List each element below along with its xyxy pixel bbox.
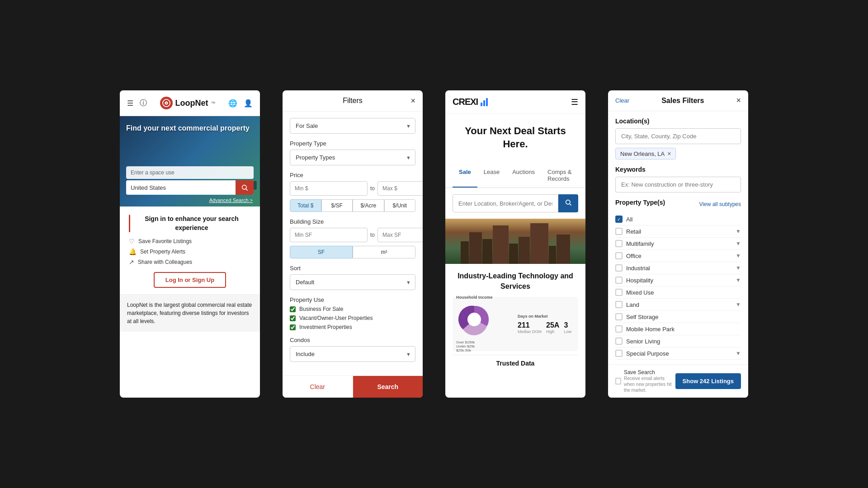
crexi-section2-title: Industry-Leading Technology and Services <box>453 271 578 291</box>
prop-type-self-storage-left: Self Storage <box>615 313 659 320</box>
save-search-label: Save Search <box>624 369 675 375</box>
crexi-tab-auctions[interactable]: Auctions <box>506 164 541 188</box>
info-icon[interactable]: ⓘ <box>140 99 147 108</box>
crexi-logo: CREXI <box>453 97 488 107</box>
stat-low-value: 3 <box>564 321 571 329</box>
unit-tab-m2[interactable]: m² <box>353 246 415 258</box>
crexi-hero: Your Next Deal Starts Here. <box>445 114 585 164</box>
property-types-select[interactable]: Property Types <box>290 150 415 165</box>
crexi-search-button[interactable] <box>558 194 578 212</box>
checkbox-self-storage[interactable] <box>615 313 623 320</box>
filters-clear-button[interactable]: Clear <box>283 376 353 398</box>
days-stats: 211 Median DOM 25A High 3 Low <box>518 321 575 334</box>
keywords-input[interactable] <box>615 177 741 192</box>
checkbox-multifamily[interactable] <box>615 240 623 247</box>
size-max-input[interactable] <box>377 228 423 242</box>
chart-legend: Over $150k Under $25k $25k-50k <box>456 340 513 352</box>
checkbox-industrial[interactable] <box>615 264 623 272</box>
stat-low: 3 Low <box>564 321 571 334</box>
property-use-list: Business For Sale Vacant/Owner-User Prop… <box>290 306 415 330</box>
price-max-input[interactable] <box>377 181 423 196</box>
checkbox-vacant-owner[interactable] <box>290 315 296 321</box>
checkbox-senior-living[interactable] <box>615 338 623 345</box>
globe-icon[interactable]: 🌐 <box>228 99 237 108</box>
building-silhouette <box>445 223 585 264</box>
prop-type-self-storage: Self Storage <box>615 311 741 323</box>
heart-icon: ♡ <box>129 238 135 245</box>
price-tab-acre[interactable]: $/Acre <box>353 199 384 212</box>
save-search-checkbox[interactable] <box>615 378 621 385</box>
price-tab-unit[interactable]: $/Unit <box>384 199 416 212</box>
crexi-tab-lease[interactable]: Lease <box>477 164 506 188</box>
condos-select[interactable]: Include <box>290 346 415 362</box>
property-use-item-1: Business For Sale <box>290 306 415 312</box>
checkbox-business-for-sale[interactable] <box>290 306 296 312</box>
view-all-subtypes-link[interactable]: View all subtypes <box>699 201 741 207</box>
filters-close-button[interactable]: × <box>410 96 415 106</box>
crexi-chart-area: Household Income Over $150k Under $25k $… <box>453 297 578 351</box>
bar-1 <box>481 103 482 106</box>
login-button[interactable]: Log In or Sign Up <box>154 272 226 288</box>
prop-type-hospitality: Hospitality ▼ <box>615 274 741 286</box>
trusted-data-label: Trusted Data <box>453 355 578 367</box>
user-icon[interactable]: 👤 <box>244 99 253 108</box>
crexi-tab-comps[interactable]: Comps & Records <box>541 164 578 188</box>
building-size-label: Building Size <box>290 218 415 225</box>
space-use-input[interactable]: Enter a space use <box>126 166 254 179</box>
filters-search-button[interactable]: Search <box>353 376 423 398</box>
building-1 <box>461 241 469 264</box>
label-special-purpose: Special Purpose <box>626 350 669 357</box>
prop-type-land-left: Land <box>615 301 639 308</box>
crexi-menu-icon[interactable]: ☰ <box>571 97 578 107</box>
label-retail: Retail <box>626 228 641 235</box>
location-search-wrap <box>126 180 254 195</box>
industrial-chevron-icon: ▼ <box>736 265 741 271</box>
loopnet-logo: LoopNet™ <box>153 97 222 109</box>
unit-tab-sf[interactable]: SF <box>290 246 353 258</box>
price-tab-total[interactable]: Total $ <box>290 199 321 212</box>
sales-filters-clear-button[interactable]: Clear <box>615 97 629 104</box>
checkbox-hospitality[interactable] <box>615 277 623 284</box>
size-min-input[interactable] <box>290 228 368 242</box>
label-industrial: Industrial <box>626 265 650 272</box>
prop-type-retail: Retail ▼ <box>615 225 741 238</box>
chart-left: Household Income Over $150k Under $25k $… <box>456 295 513 352</box>
label-business-for-sale: Business For Sale <box>299 306 343 312</box>
bar-2 <box>483 100 485 106</box>
checkbox-mobile-home[interactable] <box>615 325 623 333</box>
location-tag-text: New Orleans, LA <box>620 150 665 157</box>
location-input[interactable] <box>126 181 236 195</box>
loopnet-search-button[interactable] <box>236 180 254 195</box>
location-city-input[interactable] <box>615 128 741 144</box>
bell-icon: 🔔 <box>129 248 137 255</box>
checkbox-office[interactable] <box>615 252 623 259</box>
crexi-tab-sale[interactable]: Sale <box>453 164 477 188</box>
building-2 <box>469 232 482 264</box>
for-sale-select[interactable]: For Sale <box>290 118 415 134</box>
location-tag-remove[interactable]: × <box>667 150 671 157</box>
checkbox-mixed-use[interactable] <box>615 289 623 296</box>
stat-median-label: Median DOM <box>518 329 542 334</box>
crexi-logo-text: CREXI <box>453 97 478 107</box>
hospitality-chevron-icon: ▼ <box>736 277 741 283</box>
checkbox-investment[interactable] <box>290 324 296 330</box>
svg-line-4 <box>246 189 248 191</box>
advanced-search-link[interactable]: Advanced Search > <box>208 196 254 205</box>
price-min-input[interactable] <box>290 181 368 196</box>
checkbox-retail[interactable] <box>615 228 623 235</box>
price-tab-sf[interactable]: $/SF <box>321 199 353 212</box>
show-listings-button[interactable]: Show 242 Listings <box>675 373 741 389</box>
sales-filters-close-button[interactable]: × <box>736 96 741 105</box>
svg-point-8 <box>467 313 481 326</box>
sales-filters-panel: Clear Sales Filters × Location(s) New Or… <box>608 90 748 398</box>
sort-select-wrap: Default ▼ <box>290 274 415 290</box>
sort-select[interactable]: Default <box>290 274 415 290</box>
checkbox-special-purpose[interactable] <box>615 350 623 357</box>
menu-icon[interactable]: ☰ <box>127 99 133 108</box>
checkbox-all[interactable] <box>615 216 623 223</box>
price-tabs: Total $ $/SF $/Acre $/Unit <box>290 199 415 212</box>
checkbox-land[interactable] <box>615 301 623 308</box>
crexi-search-input[interactable] <box>453 194 558 212</box>
stat-low-label: Low <box>564 329 571 334</box>
filters-body: For Sale ▼ Property Type Property Types … <box>283 112 423 366</box>
